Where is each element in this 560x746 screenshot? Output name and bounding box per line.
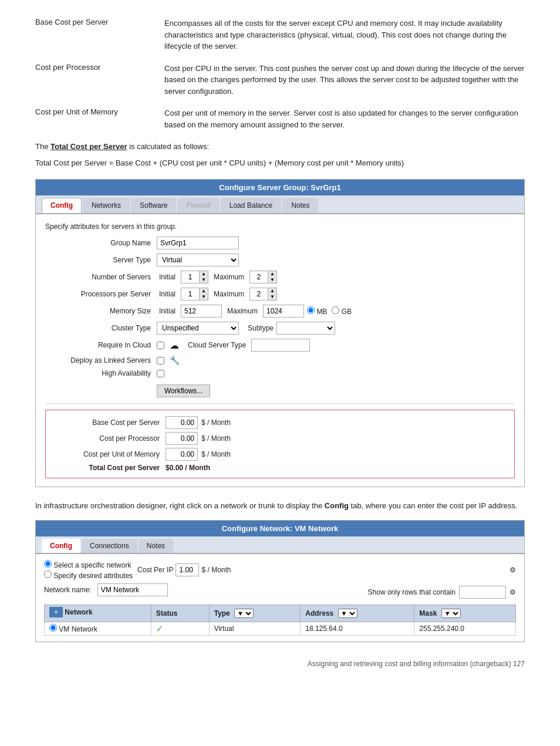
deploy-linked-checkbox[interactable] bbox=[157, 357, 164, 364]
mask-filter-select[interactable]: ▼ bbox=[441, 609, 461, 618]
num-servers-max-btns: ▲ ▼ bbox=[268, 271, 276, 283]
proc-initial-down[interactable]: ▼ bbox=[200, 294, 208, 300]
server-dialog-title: Configure Server Group: SvrGrp1 bbox=[36, 180, 524, 195]
total-cost-value: $0.00 / Month bbox=[166, 464, 210, 472]
group-name-control bbox=[157, 237, 239, 249]
base-cost-label: Base Cost per Server bbox=[54, 418, 166, 427]
tab-load-balance[interactable]: Load Balance bbox=[221, 198, 281, 213]
num-servers-initial-input[interactable] bbox=[181, 271, 199, 283]
vm-network-radio[interactable] bbox=[49, 624, 57, 632]
show-only-label: Show only rows that contain bbox=[368, 588, 456, 596]
cluster-type-select[interactable]: Unspecified bbox=[157, 322, 239, 335]
net-select-row: Select a specific network Specify desire… bbox=[44, 560, 516, 580]
mem-initial-input[interactable] bbox=[181, 305, 222, 318]
base-cost-input[interactable] bbox=[166, 416, 198, 429]
proc-max-label: Maximum bbox=[214, 290, 244, 298]
workflows-button[interactable]: Workflows... bbox=[157, 384, 210, 397]
tab-software[interactable]: Software bbox=[131, 198, 176, 213]
cost-per-ip-input[interactable] bbox=[176, 563, 199, 576]
page-footer-text: Assigning and retrieving cost and billin… bbox=[308, 660, 525, 668]
server-type-row: Server Type Virtual bbox=[45, 254, 515, 266]
proc-initial-label: Initial bbox=[159, 290, 176, 298]
network-name-label: Network name: bbox=[44, 586, 92, 594]
mem-cost-input[interactable] bbox=[166, 448, 198, 461]
infra-bold: Config bbox=[325, 501, 349, 510]
term-desc-cost-processor: Cost per CPU in the server. This cost pu… bbox=[164, 63, 525, 97]
subtype-label: Subtype bbox=[248, 324, 274, 332]
proc-cost-input[interactable] bbox=[166, 432, 198, 445]
proc-initial-input[interactable] bbox=[181, 288, 199, 300]
select-specific-radio-label[interactable]: Select a specific network bbox=[44, 560, 133, 569]
address-filter-select[interactable]: ▼ bbox=[338, 609, 357, 618]
specify-desired-radio-label[interactable]: Specify desired attributes bbox=[44, 571, 133, 580]
network-dialog-tabs: Config Connections Notes bbox=[36, 536, 524, 554]
col-mask: Mask ▼ bbox=[414, 605, 516, 622]
proc-max-up[interactable]: ▲ bbox=[268, 288, 276, 294]
tab-config[interactable]: Config bbox=[42, 198, 82, 213]
num-servers-max-up[interactable]: ▲ bbox=[268, 271, 276, 277]
col-address: Address ▼ bbox=[301, 605, 414, 622]
tab-firewall[interactable]: Firewall bbox=[177, 198, 219, 213]
net-tab-notes[interactable]: Notes bbox=[139, 539, 173, 553]
require-cloud-checkbox[interactable] bbox=[157, 342, 164, 349]
high-avail-control bbox=[157, 370, 164, 377]
gb-radio-label[interactable]: GB bbox=[332, 306, 352, 316]
tab-notes[interactable]: Notes bbox=[282, 198, 318, 213]
num-servers-row: Number of Servers Initial ▲ ▼ Maximum ▲ … bbox=[45, 271, 515, 283]
proc-per-server-row: Processors per Server Initial ▲ ▼ Maximu… bbox=[45, 288, 515, 301]
server-dialog-tabs: Config Networks Software Firewall Load B… bbox=[36, 195, 524, 214]
high-avail-label: High Availability bbox=[45, 369, 157, 377]
server-group-dialog: Configure Server Group: SvrGrp1 Config N… bbox=[35, 179, 525, 487]
cloud-server-type-input[interactable] bbox=[251, 339, 310, 352]
proc-initial-btns: ▲ ▼ bbox=[199, 288, 208, 300]
mb-radio[interactable] bbox=[307, 306, 315, 314]
type-filter-select[interactable]: ▼ bbox=[234, 609, 254, 618]
network-table: + Network Status Type ▼ Address ▼ Mask ▼ bbox=[44, 605, 516, 636]
term-label-cost-processor: Cost per Processor bbox=[35, 63, 164, 97]
col-type: Type ▼ bbox=[209, 605, 301, 622]
add-network-button[interactable]: + bbox=[49, 607, 63, 617]
col-status: Status bbox=[151, 605, 209, 622]
initial-label: Initial bbox=[159, 273, 176, 281]
select-specific-radio[interactable] bbox=[44, 560, 52, 568]
base-cost-unit: $ / Month bbox=[201, 418, 231, 427]
num-servers-max-input[interactable] bbox=[250, 271, 268, 283]
require-cloud-row: Require In Cloud ☁ Cloud Server Type bbox=[45, 339, 515, 352]
wrench-icon: 🔧 bbox=[170, 356, 180, 365]
num-servers-max-down[interactable]: ▼ bbox=[268, 277, 276, 283]
show-only-gear-icon[interactable]: ⚙ bbox=[510, 588, 516, 596]
show-only-input[interactable] bbox=[459, 586, 506, 599]
row-mask: 255.255.240.0 bbox=[414, 622, 516, 635]
workflows-row: Workflows... bbox=[45, 382, 515, 397]
net-tab-connections[interactable]: Connections bbox=[82, 539, 137, 553]
total-cost-label: Total Cost per Server bbox=[54, 464, 166, 472]
group-name-input[interactable] bbox=[157, 237, 239, 249]
formula-bold: Total Cost per Server bbox=[50, 142, 127, 151]
gear-icon[interactable]: ⚙ bbox=[510, 566, 516, 574]
network-name-input[interactable] bbox=[97, 583, 168, 596]
high-avail-checkbox[interactable] bbox=[157, 370, 164, 377]
term-desc-cost-memory: Cost per unit of memory in the server. S… bbox=[164, 107, 525, 130]
specify-desired-radio[interactable] bbox=[44, 571, 52, 578]
net-tab-config[interactable]: Config bbox=[42, 539, 80, 553]
network-table-header-row: + Network Status Type ▼ Address ▼ Mask ▼ bbox=[45, 605, 516, 622]
proc-max-down[interactable]: ▼ bbox=[268, 294, 276, 300]
total-cost-row: Total Cost per Server $0.00 / Month bbox=[54, 464, 506, 472]
row-address: 18.125.64.0 bbox=[301, 622, 414, 635]
dialog-divider bbox=[45, 403, 515, 404]
num-servers-initial-up[interactable]: ▲ bbox=[200, 271, 208, 277]
cluster-type-row: Cluster Type Unspecified Subtype bbox=[45, 322, 515, 335]
gb-radio[interactable] bbox=[332, 306, 339, 314]
proc-max-input[interactable] bbox=[250, 288, 268, 300]
mem-cost-row: Cost per Unit of Memory $ / Month bbox=[54, 448, 506, 461]
mb-radio-label[interactable]: MB bbox=[307, 306, 327, 316]
server-type-select[interactable]: Virtual bbox=[157, 254, 239, 266]
proc-initial-up[interactable]: ▲ bbox=[200, 288, 208, 294]
mem-max-input[interactable] bbox=[263, 305, 304, 318]
status-check-icon: ✓ bbox=[156, 624, 163, 633]
tab-networks[interactable]: Networks bbox=[83, 198, 130, 213]
vm-network-radio-label[interactable]: VM Network bbox=[49, 625, 97, 633]
subtype-select[interactable] bbox=[276, 322, 335, 335]
memory-size-control: Initial Maximum MB GB bbox=[157, 305, 352, 318]
num-servers-initial-down[interactable]: ▼ bbox=[200, 277, 208, 283]
